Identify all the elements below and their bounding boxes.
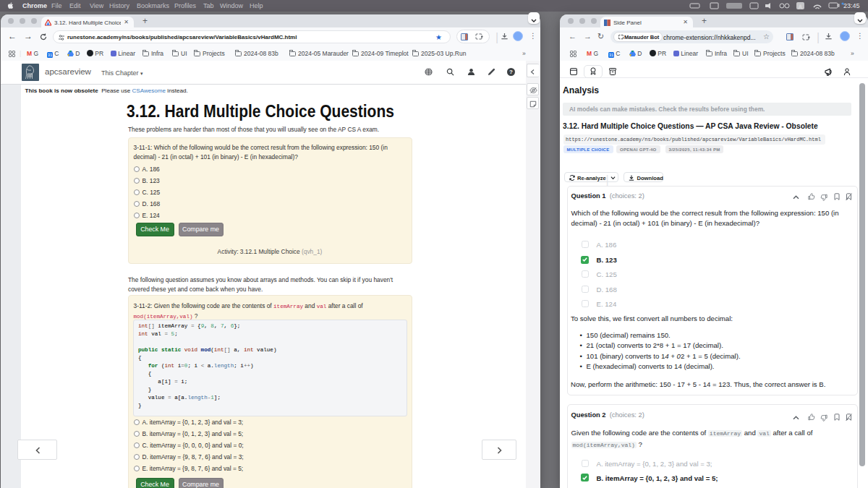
svg-text:A: A xyxy=(799,4,803,10)
